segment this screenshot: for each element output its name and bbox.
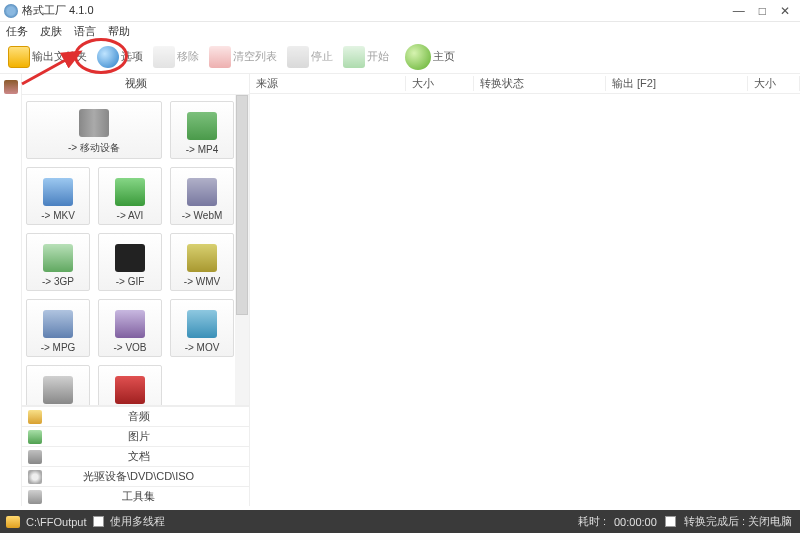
output-path[interactable]: C:\FFOutput [26, 516, 87, 528]
format-label: -> MKV [41, 210, 75, 221]
menu-help[interactable]: 帮助 [108, 24, 130, 39]
mp4-icon [187, 112, 217, 140]
swf-icon [115, 376, 145, 404]
flv-icon [43, 376, 73, 404]
menu-skin[interactable]: 皮肤 [40, 24, 62, 39]
format-avi[interactable]: -> AVI [98, 167, 162, 225]
options-button[interactable]: 选项 [93, 44, 147, 70]
mpg-icon [43, 310, 73, 338]
close-button[interactable]: ✕ [780, 4, 790, 18]
format-gif[interactable]: -> GIF [98, 233, 162, 291]
output-folder-label: 输出文件夹 [32, 49, 87, 64]
category-audio[interactable]: 音频 [22, 406, 249, 426]
audio-icon [28, 410, 42, 424]
strip-icon[interactable] [4, 80, 18, 94]
scrollbar-thumb[interactable] [236, 95, 248, 315]
shutdown-checkbox[interactable] [665, 516, 676, 527]
start-button[interactable]: 开始 [339, 44, 393, 70]
menu-tasks[interactable]: 任务 [6, 24, 28, 39]
remove-icon [153, 46, 175, 68]
stop-button[interactable]: 停止 [283, 44, 337, 70]
avi-icon [115, 178, 145, 206]
home-icon [405, 44, 431, 70]
format-label: -> MP4 [186, 144, 219, 155]
task-list-panel: 来源 大小 转换状态 输出 [F2] 大小 [250, 74, 800, 506]
mov-icon [187, 310, 217, 338]
clear-label: 清空列表 [233, 49, 277, 64]
3gp-icon [43, 244, 73, 272]
options-label: 选项 [121, 49, 143, 64]
webm-icon [187, 178, 217, 206]
format-wmv[interactable]: -> WMV [170, 233, 234, 291]
multithread-label: 使用多线程 [110, 514, 165, 529]
format-mkv[interactable]: -> MKV [26, 167, 90, 225]
folder-icon [8, 46, 30, 68]
format-label: -> WMV [184, 276, 220, 287]
mkv-icon [43, 178, 73, 206]
status-folder-icon[interactable] [6, 516, 20, 528]
format-mpg[interactable]: -> MPG [26, 299, 90, 357]
remove-button[interactable]: 移除 [149, 44, 203, 70]
format-label: -> MOV [185, 342, 220, 353]
format-label: -> 3GP [42, 276, 74, 287]
multithread-checkbox[interactable] [93, 516, 104, 527]
wmv-icon [187, 244, 217, 272]
category-list: 音频图片文档光驱设备\DVD\CD\ISO工具集 [22, 406, 249, 506]
start-label: 开始 [367, 49, 389, 64]
category-header-video[interactable]: 视频 [22, 74, 249, 95]
format-label: -> GIF [116, 276, 145, 287]
category-label: 光驱设备\DVD\CD\ISO [50, 469, 249, 484]
toolbar: 输出文件夹 选项 移除 清空列表 停止 开始 主页 [0, 40, 800, 74]
app-icon [4, 4, 18, 18]
scrollbar-track[interactable] [235, 95, 249, 405]
title-bar: 格式工厂 4.1.0 — □ ✕ [0, 0, 800, 22]
format-panel: 视频 -> 移动设备-> MP4-> MKV-> AVI-> WebM-> 3G… [22, 74, 250, 506]
format-label: -> AVI [117, 210, 144, 221]
output-folder-button[interactable]: 输出文件夹 [4, 44, 91, 70]
start-icon [343, 46, 365, 68]
dvd-icon [28, 470, 42, 484]
format-swf[interactable]: -> SWF [98, 365, 162, 406]
category-image[interactable]: 图片 [22, 426, 249, 446]
format-vob[interactable]: -> VOB [98, 299, 162, 357]
home-label: 主页 [433, 49, 455, 64]
mobile-icon [79, 109, 109, 137]
category-dvd[interactable]: 光驱设备\DVD\CD\ISO [22, 466, 249, 486]
format-webm[interactable]: -> WebM [170, 167, 234, 225]
category-doc[interactable]: 文档 [22, 446, 249, 466]
format-mov[interactable]: -> MOV [170, 299, 234, 357]
format-label: -> 移动设备 [68, 141, 120, 155]
format-label: -> MPG [41, 342, 76, 353]
col-status[interactable]: 转换状态 [474, 76, 606, 91]
column-headers: 来源 大小 转换状态 输出 [F2] 大小 [250, 74, 800, 94]
category-label: 工具集 [50, 489, 249, 504]
elapsed-time: 00:00:00 [614, 516, 657, 528]
window-title: 格式工厂 4.1.0 [22, 3, 733, 18]
minimize-button[interactable]: — [733, 4, 745, 18]
col-size[interactable]: 大小 [406, 76, 474, 91]
format-flv[interactable]: -> FLV [26, 365, 90, 406]
format-label: -> VOB [113, 342, 146, 353]
col-source[interactable]: 来源 [250, 76, 406, 91]
clear-list-button[interactable]: 清空列表 [205, 44, 281, 70]
home-button[interactable]: 主页 [401, 42, 459, 72]
elapsed-label: 耗时 : [578, 514, 606, 529]
col-output[interactable]: 输出 [F2] [606, 76, 748, 91]
gif-icon [115, 244, 145, 272]
col-size2[interactable]: 大小 [748, 76, 800, 91]
clear-icon [209, 46, 231, 68]
options-icon [97, 46, 119, 68]
maximize-button[interactable]: □ [759, 4, 766, 18]
category-label: 文档 [50, 449, 249, 464]
vob-icon [115, 310, 145, 338]
category-tools[interactable]: 工具集 [22, 486, 249, 506]
status-bar: C:\FFOutput 使用多线程 耗时 : 00:00:00 转换完成后 : … [0, 510, 800, 533]
stop-label: 停止 [311, 49, 333, 64]
remove-label: 移除 [177, 49, 199, 64]
menu-language[interactable]: 语言 [74, 24, 96, 39]
shutdown-label: 转换完成后 : 关闭电脑 [684, 514, 792, 529]
category-label: 图片 [50, 429, 249, 444]
format-mp4[interactable]: -> MP4 [170, 101, 234, 159]
format-mobile[interactable]: -> 移动设备 [26, 101, 162, 159]
format-3gp[interactable]: -> 3GP [26, 233, 90, 291]
